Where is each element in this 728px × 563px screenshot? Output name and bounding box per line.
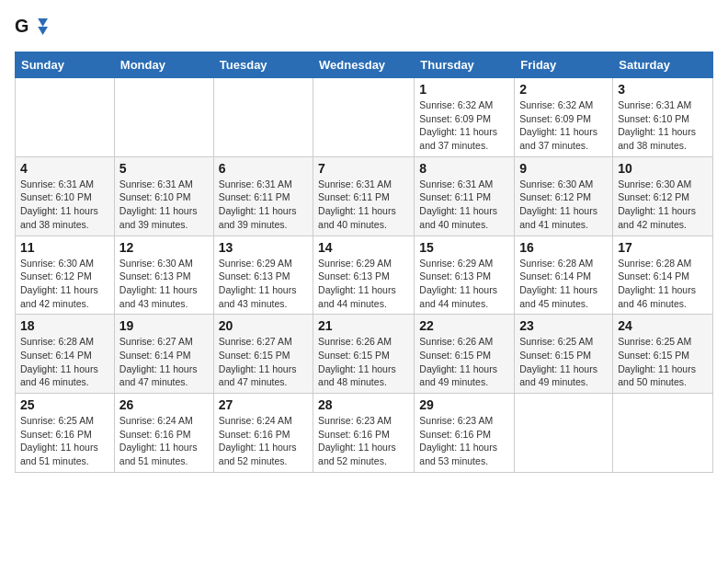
day-info: Sunrise: 6:25 AM Sunset: 6:15 PM Dayligh…: [618, 335, 708, 389]
day-number: 23: [519, 318, 608, 333]
day-info: Sunrise: 6:29 AM Sunset: 6:13 PM Dayligh…: [419, 257, 509, 311]
calendar-cell: 16Sunrise: 6:28 AM Sunset: 6:14 PM Dayli…: [515, 236, 613, 315]
day-number: 11: [20, 240, 109, 255]
day-info: Sunrise: 6:28 AM Sunset: 6:14 PM Dayligh…: [618, 257, 708, 311]
logo: G: [15, 15, 50, 40]
day-info: Sunrise: 6:32 AM Sunset: 6:09 PM Dayligh…: [519, 98, 608, 153]
day-info: Sunrise: 6:24 AM Sunset: 6:16 PM Dayligh…: [119, 414, 209, 468]
day-number: 21: [318, 318, 409, 333]
day-info: Sunrise: 6:31 AM Sunset: 6:10 PM Dayligh…: [119, 178, 209, 232]
day-info: Sunrise: 6:28 AM Sunset: 6:14 PM Dayligh…: [20, 335, 109, 389]
day-info: Sunrise: 6:24 AM Sunset: 6:16 PM Dayligh…: [219, 414, 308, 468]
day-info: Sunrise: 6:31 AM Sunset: 6:10 PM Dayligh…: [20, 178, 109, 232]
day-info: Sunrise: 6:31 AM Sunset: 6:11 PM Dayligh…: [219, 178, 308, 232]
day-number: 18: [20, 318, 109, 333]
calendar-header-row: SundayMondayTuesdayWednesdayThursdayFrid…: [16, 52, 713, 78]
day-info: Sunrise: 6:30 AM Sunset: 6:12 PM Dayligh…: [519, 178, 608, 232]
day-number: 16: [519, 240, 608, 255]
day-info: Sunrise: 6:23 AM Sunset: 6:16 PM Dayligh…: [419, 414, 509, 468]
day-info: Sunrise: 6:30 AM Sunset: 6:13 PM Dayligh…: [119, 257, 209, 311]
calendar-cell: 23Sunrise: 6:25 AM Sunset: 6:15 PM Dayli…: [515, 315, 613, 394]
col-header-tuesday: Tuesday: [213, 52, 313, 78]
day-number: 13: [219, 240, 308, 255]
day-info: Sunrise: 6:25 AM Sunset: 6:16 PM Dayligh…: [20, 414, 109, 468]
day-number: 8: [419, 161, 509, 176]
svg-marker-2: [38, 27, 48, 35]
calendar-cell: 25Sunrise: 6:25 AM Sunset: 6:16 PM Dayli…: [16, 394, 115, 473]
calendar-week-row: 18Sunrise: 6:28 AM Sunset: 6:14 PM Dayli…: [16, 315, 713, 394]
day-info: Sunrise: 6:31 AM Sunset: 6:10 PM Dayligh…: [618, 98, 708, 153]
day-info: Sunrise: 6:31 AM Sunset: 6:11 PM Dayligh…: [318, 178, 409, 232]
col-header-thursday: Thursday: [415, 52, 515, 78]
calendar-cell: 5Sunrise: 6:31 AM Sunset: 6:10 PM Daylig…: [114, 156, 213, 236]
calendar-cell: 1Sunrise: 6:32 AM Sunset: 6:09 PM Daylig…: [415, 78, 515, 157]
col-header-friday: Friday: [515, 52, 613, 78]
day-number: 4: [20, 161, 109, 176]
calendar-cell: 13Sunrise: 6:29 AM Sunset: 6:13 PM Dayli…: [213, 236, 313, 315]
col-header-monday: Monday: [114, 52, 213, 78]
day-number: 14: [318, 240, 409, 255]
day-info: Sunrise: 6:29 AM Sunset: 6:13 PM Dayligh…: [219, 257, 308, 311]
calendar-week-row: 1Sunrise: 6:32 AM Sunset: 6:09 PM Daylig…: [16, 78, 713, 157]
calendar-cell: 4Sunrise: 6:31 AM Sunset: 6:10 PM Daylig…: [16, 156, 115, 236]
day-number: 7: [318, 161, 409, 176]
day-number: 26: [119, 397, 209, 412]
day-number: 17: [618, 240, 708, 255]
calendar-cell: 6Sunrise: 6:31 AM Sunset: 6:11 PM Daylig…: [213, 156, 313, 236]
calendar-cell: 28Sunrise: 6:23 AM Sunset: 6:16 PM Dayli…: [313, 394, 415, 473]
calendar-cell: 15Sunrise: 6:29 AM Sunset: 6:13 PM Dayli…: [415, 236, 515, 315]
calendar-cell: [313, 78, 415, 157]
day-info: Sunrise: 6:31 AM Sunset: 6:11 PM Dayligh…: [419, 178, 509, 232]
day-info: Sunrise: 6:27 AM Sunset: 6:15 PM Dayligh…: [219, 335, 308, 389]
header: G: [15, 15, 713, 40]
day-number: 10: [618, 161, 708, 176]
day-number: 6: [219, 161, 308, 176]
calendar-cell: 10Sunrise: 6:30 AM Sunset: 6:12 PM Dayli…: [613, 156, 713, 236]
calendar-cell: 20Sunrise: 6:27 AM Sunset: 6:15 PM Dayli…: [213, 315, 313, 394]
day-number: 22: [419, 318, 509, 333]
day-info: Sunrise: 6:23 AM Sunset: 6:16 PM Dayligh…: [318, 414, 409, 468]
calendar-cell: 21Sunrise: 6:26 AM Sunset: 6:15 PM Dayli…: [313, 315, 415, 394]
calendar-cell: [515, 394, 613, 473]
svg-marker-1: [38, 18, 48, 27]
day-info: Sunrise: 6:30 AM Sunset: 6:12 PM Dayligh…: [618, 178, 708, 232]
day-number: 29: [419, 397, 509, 412]
calendar-cell: 18Sunrise: 6:28 AM Sunset: 6:14 PM Dayli…: [16, 315, 115, 394]
day-number: 3: [618, 82, 708, 97]
day-number: 2: [519, 82, 608, 97]
day-number: 15: [419, 240, 509, 255]
calendar-cell: 11Sunrise: 6:30 AM Sunset: 6:12 PM Dayli…: [16, 236, 115, 315]
calendar-cell: 29Sunrise: 6:23 AM Sunset: 6:16 PM Dayli…: [415, 394, 515, 473]
calendar-cell: 24Sunrise: 6:25 AM Sunset: 6:15 PM Dayli…: [613, 315, 713, 394]
calendar-cell: [16, 78, 115, 157]
day-number: 12: [119, 240, 209, 255]
calendar-cell: 3Sunrise: 6:31 AM Sunset: 6:10 PM Daylig…: [613, 78, 713, 157]
calendar-cell: [114, 78, 213, 157]
day-info: Sunrise: 6:29 AM Sunset: 6:13 PM Dayligh…: [318, 257, 409, 311]
col-header-sunday: Sunday: [16, 52, 115, 78]
calendar-cell: 22Sunrise: 6:26 AM Sunset: 6:15 PM Dayli…: [415, 315, 515, 394]
day-number: 19: [119, 318, 209, 333]
calendar-week-row: 4Sunrise: 6:31 AM Sunset: 6:10 PM Daylig…: [16, 156, 713, 236]
calendar-cell: [213, 78, 313, 157]
calendar-cell: 19Sunrise: 6:27 AM Sunset: 6:14 PM Dayli…: [114, 315, 213, 394]
calendar-table: SundayMondayTuesdayWednesdayThursdayFrid…: [15, 52, 713, 473]
day-number: 28: [318, 397, 409, 412]
calendar-week-row: 25Sunrise: 6:25 AM Sunset: 6:16 PM Dayli…: [16, 394, 713, 473]
logo-icon: G: [15, 15, 48, 40]
day-info: Sunrise: 6:26 AM Sunset: 6:15 PM Dayligh…: [318, 335, 409, 389]
col-header-saturday: Saturday: [613, 52, 713, 78]
day-info: Sunrise: 6:26 AM Sunset: 6:15 PM Dayligh…: [419, 335, 509, 389]
calendar-cell: 17Sunrise: 6:28 AM Sunset: 6:14 PM Dayli…: [613, 236, 713, 315]
svg-text:G: G: [15, 16, 28, 36]
day-number: 9: [519, 161, 608, 176]
day-info: Sunrise: 6:32 AM Sunset: 6:09 PM Dayligh…: [419, 98, 509, 153]
calendar-cell: 7Sunrise: 6:31 AM Sunset: 6:11 PM Daylig…: [313, 156, 415, 236]
day-info: Sunrise: 6:30 AM Sunset: 6:12 PM Dayligh…: [20, 257, 109, 311]
col-header-wednesday: Wednesday: [313, 52, 415, 78]
day-number: 20: [219, 318, 308, 333]
day-number: 1: [419, 82, 509, 97]
day-number: 5: [119, 161, 209, 176]
calendar-cell: 12Sunrise: 6:30 AM Sunset: 6:13 PM Dayli…: [114, 236, 213, 315]
calendar-cell: 2Sunrise: 6:32 AM Sunset: 6:09 PM Daylig…: [515, 78, 613, 157]
